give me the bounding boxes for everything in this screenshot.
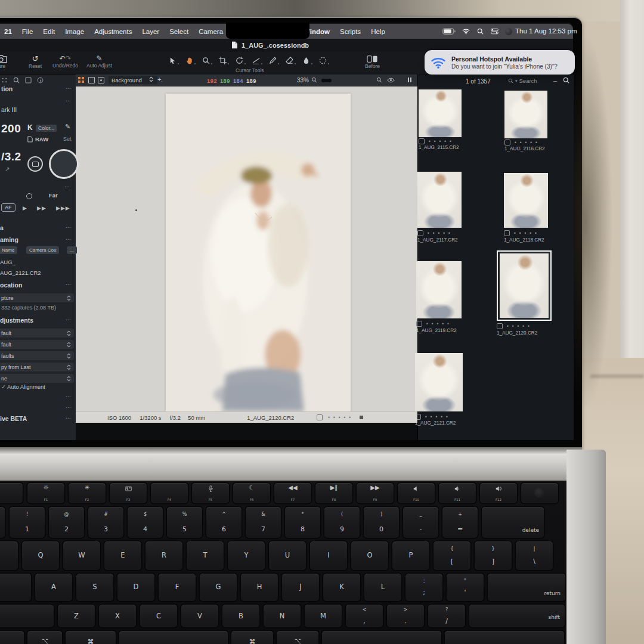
zoom-out-thumbs[interactable]: – [553,77,557,84]
straighten-tool[interactable] [250,55,262,66]
menu-item-select[interactable]: Select [169,28,188,35]
aperture-value[interactable]: /3.2 [1,150,21,163]
control-center-icon[interactable] [491,28,499,35]
siri-icon[interactable] [505,28,512,35]
crop-tool[interactable] [217,55,228,66]
thumb-checkbox[interactable] [417,230,423,236]
battery-icon[interactable] [442,28,456,35]
tag-square[interactable] [360,416,363,419]
section-header[interactable]: a [0,224,4,231]
single-view-icon[interactable] [88,77,95,83]
pause-capture-icon[interactable] [408,78,411,82]
square[interactable] [25,77,32,83]
name-prefix[interactable]: AUG_ [0,259,16,265]
zoom-slider[interactable] [321,79,332,82]
menu-item-scripts[interactable]: Scripts [340,28,361,35]
heal-tool[interactable] [317,55,329,66]
capture-folder-select[interactable]: pture [0,293,74,302]
menu-item-camera[interactable]: Camera [199,28,223,35]
before-after-toggle[interactable]: Before [365,55,380,69]
undo-redo-button[interactable]: ↶↷ Undo/Redo [52,54,78,69]
thumbnail-1_AUG_2117.CR2[interactable] [417,172,462,228]
exposure-adjust-icon[interactable]: ↗ [5,166,10,172]
tool-tab-icons[interactable] [1,77,44,83]
section-menu-dots[interactable]: ⋯ [66,236,72,242]
thumbnail-1_AUG_2119.CR2[interactable] [416,261,462,318]
thumbnail-1_AUG_2120.CR2[interactable] [497,250,552,321]
thumb-rating-dots[interactable]: ••••• [514,140,540,145]
section-adjustments[interactable]: djustments [0,317,33,324]
section-menu-dots[interactable]: ⋯ [64,184,70,190]
focus-step-small[interactable]: ▶ [23,205,27,211]
thumb-rating-dots[interactable]: ••••• [506,324,532,329]
section-naming[interactable]: aming [0,236,18,243]
auto-alignment-toggle[interactable]: ✓ Auto Alignment [1,383,45,390]
adjustment-preset-select[interactable]: fault [0,329,74,338]
section-menu-dots[interactable]: ⋯ [66,404,72,410]
layer-select-chevron[interactable] [149,76,153,82]
section-menu-dots[interactable]: ⋯ [66,281,72,287]
thumb-checkbox[interactable] [416,321,422,327]
zoom-loupe-icon[interactable] [311,77,317,83]
adjustment-preset-select[interactable]: faults [0,351,74,360]
naming-token-counter[interactable]: Camera Cou [26,246,59,254]
thumbnail-1_AUG_2118.CR2[interactable] [504,173,548,228]
thumb-rating-dots[interactable]: ••••• [426,321,452,327]
pen-tool[interactable] [267,55,278,66]
wifi-icon[interactable] [462,28,470,35]
menu-item-edit[interactable]: Edit [43,28,55,35]
spotlight-icon[interactable] [13,77,20,83]
section-menu-dots[interactable]: ⋯ [66,317,72,323]
video-mode-button[interactable] [27,156,43,172]
thumb-rating-dots[interactable]: ••••• [428,139,454,144]
white-balance-k[interactable]: K [27,123,33,132]
auto-adjust-button[interactable]: ✎ Auto Adjust [86,54,112,69]
photo-checkbox[interactable] [317,414,323,420]
focus-step-large[interactable]: ▶▶▶ [56,205,70,211]
iso-value[interactable]: 200 [1,122,21,135]
adjustment-preset-select[interactable]: fault [0,340,74,349]
capture-button[interactable]: ture [0,55,7,69]
adjustment-preset-select[interactable]: py from Last [0,363,74,371]
thumb-checkbox[interactable] [419,138,425,144]
autofocus-button[interactable]: AF [1,203,16,212]
eraser-tool[interactable] [284,55,295,66]
search-input[interactable]: ▾ Search [508,78,537,84]
section-menu-dots[interactable]: ⋯ [66,394,72,400]
section-menu-dots[interactable]: ⋯ [66,415,72,421]
thumbnail-zoom-icon[interactable] [563,77,569,83]
rotate-tool[interactable] [234,55,245,66]
set-label[interactable]: Set [63,136,72,142]
thumbnail-1_AUG_2116.CR2[interactable] [504,91,547,138]
section-header-top[interactable]: tion [1,85,13,92]
spotlight-icon[interactable] [476,28,484,35]
preview-eye-icon[interactable] [387,78,395,83]
white-balance-mode[interactable]: Color... [36,125,57,132]
focus-step-medium[interactable]: ▶▶ [37,205,47,211]
thumb-checkbox[interactable] [504,230,510,236]
thumb-rating-dots[interactable]: ••••• [513,231,540,236]
menu-item-image[interactable]: Image [65,28,84,35]
menu-item-adjustments[interactable]: Adjustments [94,28,132,35]
hand-tool[interactable] [184,55,195,66]
thumbnail-1_AUG_2115.CR2[interactable] [419,89,462,137]
naming-token-name[interactable]: Name [0,246,17,254]
thumbnail-1_AUG_2121.CR2[interactable] [415,353,463,411]
section-location[interactable]: ocation [0,281,22,289]
file-format[interactable]: RAW [27,136,48,143]
magnify-tool[interactable] [200,55,212,66]
section-menu-dots[interactable]: ⋯ [66,85,72,91]
section-live[interactable]: ive BETA [0,415,27,422]
zoom-level[interactable]: 33% [297,77,309,83]
add-layer-button[interactable]: +. [157,76,163,83]
wb-picker-icon[interactable]: ✎ [65,123,70,131]
naming-token-more[interactable]: ... [67,246,77,254]
dots-grid[interactable] [1,77,8,83]
info[interactable] [37,77,44,83]
thumb-checkbox[interactable] [504,140,510,145]
section-menu-dots[interactable]: ⋯ [66,224,72,230]
grid-view-icon[interactable] [78,77,84,83]
menu-item-layer[interactable]: Layer [142,28,159,35]
reset-button[interactable]: ↺ Reset [29,54,42,69]
loupe-tool-icon[interactable] [376,77,382,83]
